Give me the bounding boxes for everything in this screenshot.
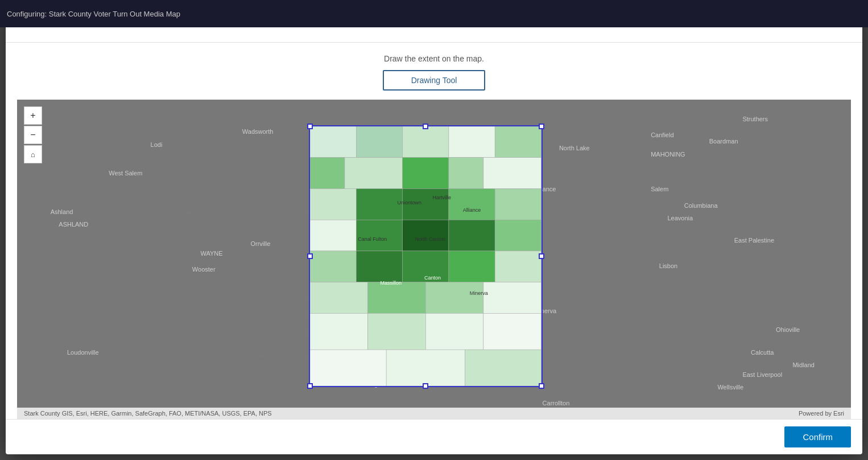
map-label: Leavonia (667, 215, 693, 221)
svg-text:Alliance: Alliance (463, 207, 481, 213)
svg-text:Uniontown: Uniontown (398, 200, 422, 206)
handle-middle-right[interactable] (539, 253, 544, 259)
map-label: Carrollton (543, 400, 570, 406)
svg-rect-15 (310, 158, 345, 189)
svg-text:Massillon: Massillon (381, 280, 402, 286)
svg-rect-28 (449, 220, 495, 251)
svg-rect-25 (310, 220, 356, 251)
attribution-right: Powered by Esri (799, 410, 844, 417)
svg-rect-42 (483, 313, 542, 350)
choropleth-map: Uniontown Hartville Alliance Canal Fulto… (310, 126, 541, 386)
svg-rect-37 (425, 282, 483, 313)
map-label: Midland (792, 362, 815, 368)
svg-rect-13 (449, 126, 495, 158)
map-label: Massillon (334, 285, 360, 291)
svg-rect-22 (403, 188, 449, 220)
map-label: Calcutta (751, 349, 774, 356)
map-label: Salem (651, 186, 668, 192)
handle-top-left[interactable] (307, 124, 313, 129)
zoom-in-button[interactable]: + (24, 106, 42, 125)
svg-rect-29 (495, 220, 541, 251)
svg-rect-30 (310, 251, 356, 282)
svg-line-7 (74, 100, 358, 384)
svg-rect-12 (403, 126, 449, 158)
map-label: Hartville (450, 176, 473, 183)
svg-rect-36 (368, 282, 426, 313)
svg-rect-35 (310, 282, 368, 313)
svg-text:Hartville: Hartville (433, 195, 452, 200)
svg-rect-10 (310, 126, 356, 158)
extent-selection-box[interactable]: Uniontown Hartville Alliance Canal Fulto… (309, 125, 542, 387)
svg-rect-16 (345, 158, 403, 189)
svg-rect-20 (310, 188, 356, 220)
map-label: Ohioville (776, 326, 800, 333)
map-label: ASHLAND (59, 221, 88, 228)
svg-rect-45 (465, 350, 541, 386)
map-label: Uniontown (392, 167, 422, 174)
map-label: Struthers (742, 116, 768, 122)
choose-extent-dialog: Choose Extent × Draw the extent on the m… (6, 6, 862, 454)
map-label: Columbiana (684, 202, 718, 209)
map-label: WAYNE (201, 250, 223, 257)
handle-middle-left[interactable] (307, 253, 313, 259)
svg-rect-26 (356, 220, 402, 251)
attribution-left: Stark County GIS, Esri, HERE, Garmin, Sa… (24, 410, 272, 417)
map-container[interactable]: LodiWadsworthBarbertonStruthersNorth Lak… (17, 100, 851, 419)
map-label: Wadsworth (242, 128, 274, 135)
svg-rect-11 (356, 126, 402, 158)
map-label: Canal Fulton (317, 234, 353, 241)
svg-text:Minerva: Minerva (470, 290, 488, 296)
background-header: Configuring: Stark County Voter Turn Out… (0, 0, 868, 27)
svg-rect-33 (449, 251, 495, 282)
map-label: Loudonville (67, 349, 99, 356)
svg-rect-14 (495, 126, 541, 158)
svg-rect-17 (403, 158, 449, 189)
home-button[interactable]: ⌂ (24, 145, 42, 163)
zoom-out-button[interactable]: − (24, 126, 42, 144)
map-label: West Salem (109, 170, 142, 176)
drawing-tool-button[interactable]: Drawing Tool (383, 70, 485, 91)
map-label: Ashland (51, 208, 73, 215)
map-label: Minerva (534, 307, 556, 314)
svg-rect-34 (495, 251, 541, 282)
map-label: MAHONING (651, 151, 685, 158)
handle-bottom-center[interactable] (423, 383, 428, 389)
svg-rect-40 (368, 313, 426, 350)
svg-text:Canal Fulton: Canal Fulton (358, 236, 387, 242)
map-label: Canfield (651, 132, 673, 138)
dialog-footer: Confirm (6, 419, 862, 454)
map-roads-svg (17, 100, 851, 419)
map-label: Canton (425, 285, 445, 291)
map-label: East Liverpool (742, 371, 782, 378)
map-label: East Palestine (734, 237, 774, 244)
map-controls: + − ⌂ (24, 106, 42, 163)
svg-text:North Canton: North Canton (415, 236, 446, 242)
svg-rect-23 (449, 188, 495, 220)
svg-line-9 (245, 157, 472, 373)
map-label: Boardman (709, 138, 738, 145)
map-label: North Lake (559, 145, 590, 151)
map-label: Lisbon (659, 262, 677, 269)
handle-bottom-left[interactable] (307, 383, 313, 389)
svg-rect-31 (356, 251, 402, 282)
svg-text:Canton: Canton (424, 275, 441, 281)
handle-top-center[interactable] (423, 124, 428, 129)
bg-page-title: Configuring: Stark County Voter Turn Out… (7, 10, 180, 18)
map-label: Wooster (192, 266, 216, 273)
confirm-button[interactable]: Confirm (784, 426, 851, 447)
map-label: Strasburg (350, 381, 378, 388)
map-label: Alliance (534, 186, 556, 192)
svg-rect-39 (310, 313, 368, 350)
svg-rect-24 (495, 188, 541, 220)
handle-top-right[interactable] (539, 124, 544, 129)
handle-bottom-right[interactable] (539, 383, 544, 389)
svg-rect-18 (449, 158, 483, 189)
svg-rect-21 (356, 188, 402, 220)
svg-rect-19 (483, 158, 542, 189)
map-attribution: Stark County GIS, Esri, HERE, Garmin, Sa… (17, 408, 851, 419)
svg-rect-43 (310, 350, 386, 386)
svg-rect-38 (483, 282, 542, 313)
svg-rect-41 (425, 313, 483, 350)
svg-rect-44 (386, 350, 465, 386)
svg-line-8 (358, 100, 643, 384)
